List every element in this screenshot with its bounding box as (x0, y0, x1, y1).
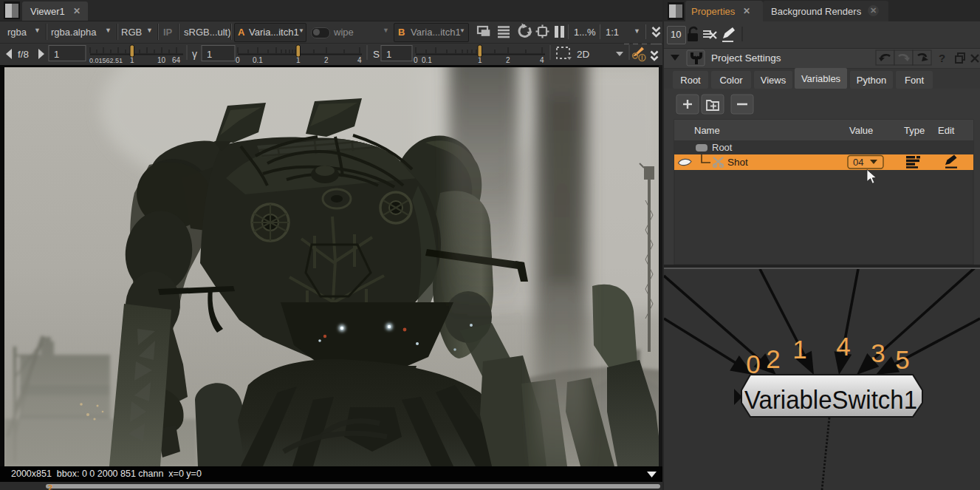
svg-text:2: 2 (766, 344, 780, 373)
svg-text:Root: Root (680, 75, 701, 86)
svg-text:1: 1 (792, 335, 806, 364)
svg-text:S: S (373, 49, 380, 60)
svg-text:1: 1 (386, 49, 391, 60)
svg-text:0.01562.51: 0.01562.51 (89, 57, 123, 64)
svg-text:04: 04 (853, 157, 863, 168)
svg-text:4: 4 (836, 332, 850, 361)
svg-text:Color: Color (719, 75, 743, 86)
svg-text:Project Settings: Project Settings (711, 52, 781, 64)
svg-text:2D: 2D (577, 49, 590, 60)
svg-text:2: 2 (506, 56, 510, 64)
svg-text:?: ? (939, 52, 945, 64)
svg-text:4: 4 (357, 56, 362, 64)
svg-text:Shot: Shot (727, 157, 748, 168)
svg-text:Python: Python (857, 75, 886, 86)
svg-text:Type: Type (904, 125, 925, 136)
svg-text:Edit: Edit (938, 125, 955, 136)
svg-text:0: 0 (414, 56, 418, 64)
svg-text:VariableSwitch1: VariableSwitch1 (744, 385, 917, 414)
svg-text:0.1: 0.1 (422, 56, 432, 64)
svg-text:10: 10 (157, 56, 166, 64)
svg-text:1: 1 (207, 49, 212, 60)
svg-text:64: 64 (172, 56, 181, 64)
svg-text:3: 3 (871, 338, 885, 367)
svg-text:0.1: 0.1 (253, 56, 263, 64)
svg-text:1: 1 (54, 49, 59, 60)
svg-text:Views: Views (761, 75, 787, 86)
svg-text:5: 5 (895, 345, 909, 374)
svg-text:4: 4 (540, 56, 544, 64)
svg-text:Root: Root (712, 142, 733, 153)
svg-text:f/8: f/8 (18, 49, 29, 60)
svg-text:Value: Value (849, 125, 873, 136)
svg-text:2: 2 (324, 56, 329, 64)
svg-text:Font: Font (905, 75, 924, 86)
svg-text:Variables: Variables (801, 73, 841, 84)
svg-text:Name: Name (694, 125, 720, 136)
svg-text:γ: γ (192, 48, 197, 60)
svg-text:0: 0 (236, 56, 240, 64)
